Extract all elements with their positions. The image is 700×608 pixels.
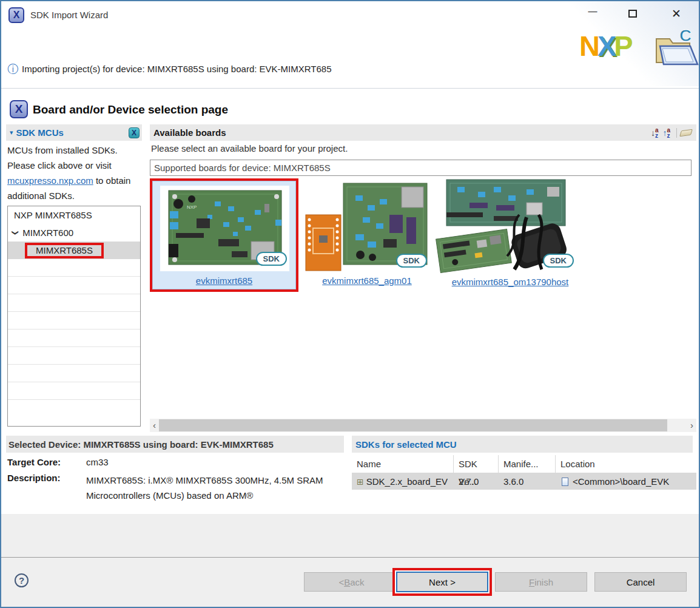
board-card-evkmimxrt685[interactable]: NXP SDK evkmimxrt685 (152, 181, 296, 289)
board-link-evkmimxrt685-agm01[interactable]: evkmimxrt685_agm01 (305, 275, 429, 286)
sort-letter-z: z (667, 133, 670, 138)
tree-empty-row (8, 365, 140, 382)
next-label-key: N (429, 577, 436, 587)
tree-empty-row (8, 277, 140, 294)
arrow-up-glyph: ↑ (662, 128, 667, 138)
sdk-mcus-title: SDK MCUs (16, 127, 129, 138)
board-filter-input[interactable] (150, 160, 692, 176)
finish-button[interactable]: Finish (495, 572, 587, 592)
board-selection-instruction: Please select an available board for you… (151, 143, 348, 154)
column-header-manifest[interactable]: Manife... (499, 455, 556, 473)
sdk-mcus-close-icon[interactable]: X (129, 127, 140, 138)
back-label-rest: ack (350, 577, 364, 587)
scroll-left-arrow[interactable]: ‹ (150, 419, 159, 432)
minimize-button[interactable]: — (582, 2, 603, 21)
sdk-table-header: Name SDK Ve... Manife... Location (352, 455, 696, 473)
tree-empty-row (8, 294, 140, 312)
expand-plus-icon[interactable]: ⊞ (357, 477, 364, 487)
mcuxpresso-link[interactable]: mcuxpresso.nxp.com (7, 175, 93, 186)
sdk-table: Name SDK Ve... Manife... Location ⊞SDK_2… (352, 455, 696, 490)
mcu-tree: NXP MIMXRT685S ❯ MIMXRT600 MIMXRT685S (7, 206, 141, 427)
tree-item-mimxrt685s-selected[interactable]: MIMXRT685S (8, 242, 140, 259)
board-image-evkmimxrt685-om13790host: SDK (436, 178, 585, 277)
scrollbar-thumb[interactable] (159, 419, 667, 431)
sdks-section-header: SDKs for selected MCU (352, 436, 693, 453)
help-button[interactable]: ? (15, 573, 29, 587)
header-separator (1, 88, 699, 89)
nxp-logo-p: P (614, 30, 630, 62)
footer-bar: ? < Back Next > Finish Cancel (1, 558, 699, 607)
available-boards-section-header: Available boards ↓ az ↑ az (150, 124, 696, 141)
arrow-down-glyph: ↓ (651, 128, 655, 138)
back-button[interactable]: < Back (304, 572, 399, 592)
board-link-evkmimxrt685-om13790host[interactable]: evkmimxrt685_om13790host (436, 277, 585, 287)
sort-ascending-icon[interactable]: ↑ az (662, 127, 670, 138)
nxp-logo-x: X (597, 30, 614, 62)
tree-empty-row (8, 382, 140, 400)
import-folder-icon: C (651, 28, 700, 69)
tree-item-label: MIMXRT685S (36, 245, 93, 255)
scroll-right-arrow[interactable]: › (687, 419, 696, 432)
red-annotation-next: Next > (392, 568, 492, 596)
sdk-badge: SDK (256, 252, 287, 266)
collapse-triangle-icon[interactable]: ▾ (10, 129, 13, 137)
location-file-icon (562, 478, 568, 486)
svg-text:NXP: NXP (187, 204, 197, 210)
sdk-location: <Common>\board_EVK (573, 476, 669, 487)
mcuxpresso-app-icon: X (8, 7, 24, 23)
column-header-name[interactable]: Name (352, 455, 454, 473)
tree-item-nxp-mimxrt685s[interactable]: NXP MIMXRT685S (8, 206, 140, 224)
target-core-value: cm33 (86, 457, 109, 467)
column-header-sdk-version[interactable]: SDK Ve... (454, 455, 499, 473)
board-image-evkmimxrt685-agm01: SDK (305, 181, 429, 275)
boards-horizontal-scrollbar[interactable]: ‹ › (150, 419, 696, 432)
sdk-mcus-section-header: ▾ SDK MCUs X (6, 124, 142, 141)
sdk-badge: SDK (396, 254, 427, 268)
red-annotation-tree: MIMXRT685S (25, 243, 104, 258)
maximize-icon (628, 10, 637, 18)
svg-text:C: C (679, 28, 692, 45)
tree-empty-row (8, 329, 140, 347)
tree-item-label: NXP MIMXRT685S (14, 210, 92, 220)
available-boards-title: Available boards (153, 127, 647, 138)
sort-letter-z: z (655, 133, 659, 138)
page-title: Board and/or Device selection page (33, 103, 228, 117)
sdk-import-wizard-window: X SDK Import Wizard — ✕ NXP C ⓘ Importin… (0, 0, 700, 608)
toolbar-divider (676, 128, 677, 138)
tree-empty-row (8, 347, 140, 365)
sdk-mcus-description: MCUs from installed SDKs. Please click a… (7, 143, 142, 203)
next-button[interactable]: Next > (396, 572, 488, 592)
mcus-text-before: MCUs from installed SDKs. Please click a… (7, 145, 118, 171)
sort-descending-icon[interactable]: ↓ az (651, 127, 659, 138)
back-label-key: B (344, 577, 350, 587)
tree-empty-row (8, 312, 140, 329)
sdk-name: SDK_2.x_board_EV (366, 476, 448, 487)
next-label-rest: ext > (436, 577, 456, 587)
clear-filter-eraser-icon[interactable] (679, 129, 693, 136)
maximize-button[interactable] (622, 5, 643, 23)
wizard-info-message: Importing project(s) for device: MIMXRT6… (22, 64, 331, 74)
back-label-pre: < (338, 577, 344, 587)
tree-empty-row (8, 259, 140, 277)
close-button[interactable]: ✕ (666, 5, 687, 23)
nxp-logo: NXP (579, 32, 631, 60)
target-core-label: Target Core: (7, 457, 61, 467)
tree-empty-row (8, 400, 140, 417)
description-label: Description: (7, 473, 61, 483)
finish-label-rest: inish (534, 577, 553, 587)
sdk-table-row[interactable]: ⊞SDK_2.x_board_EV 2.7.0 3.6.0 <Common>\b… (352, 473, 696, 490)
board-card-evkmimxrt685-agm01[interactable]: SDK evkmimxrt685_agm01 (305, 181, 429, 289)
cancel-button[interactable]: Cancel (594, 572, 687, 592)
tree-item-label: MIMXRT600 (22, 228, 73, 238)
window-title: SDK Import Wizard (30, 10, 108, 20)
sdk-version: 2.7.0 (454, 476, 499, 487)
tree-item-mimxrt600[interactable]: ❯ MIMXRT600 (8, 224, 140, 242)
chevron-expanded-icon[interactable]: ❯ (12, 230, 19, 235)
nxp-logo-n: N (579, 30, 597, 62)
red-annotation-board: NXP SDK evkmimxrt685 (150, 178, 298, 292)
board-link-evkmimxrt685[interactable]: evkmimxrt685 (153, 275, 295, 286)
lower-spacer-band (1, 514, 699, 557)
column-header-location[interactable]: Location (556, 455, 695, 473)
info-icon: ⓘ (7, 62, 18, 76)
board-card-evkmimxrt685-om13790host[interactable]: SDK evkmimxrt685_om13790host (436, 178, 585, 289)
